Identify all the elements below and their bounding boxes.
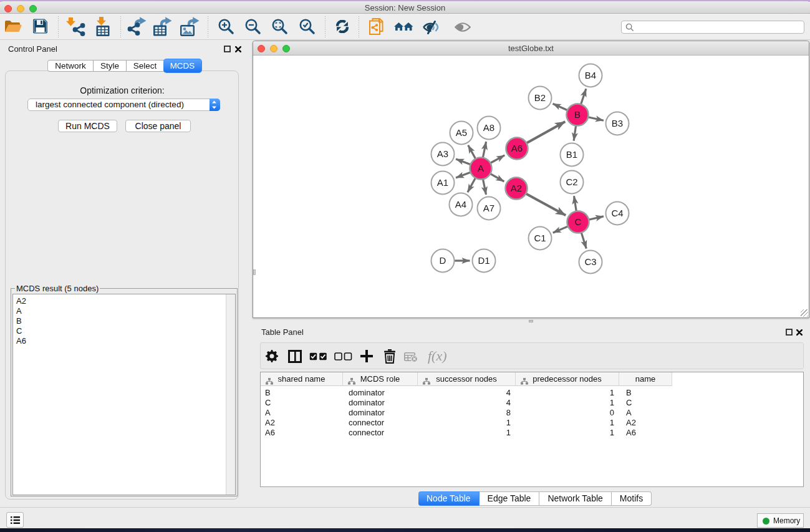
- svg-text:B2: B2: [534, 92, 546, 103]
- svg-text:C: C: [575, 216, 582, 227]
- svg-text:A5: A5: [456, 127, 467, 138]
- svg-text:A: A: [478, 163, 484, 173]
- svg-text:B4: B4: [585, 70, 596, 80]
- svg-text:D1: D1: [478, 255, 489, 266]
- svg-text:C4: C4: [611, 208, 623, 218]
- svg-text:A1: A1: [437, 177, 448, 188]
- svg-text:A6: A6: [511, 143, 523, 153]
- svg-text:C3: C3: [584, 256, 596, 267]
- svg-text:A3: A3: [437, 148, 448, 159]
- svg-text:B: B: [574, 109, 581, 120]
- svg-text:C2: C2: [566, 177, 577, 187]
- svg-text:A2: A2: [511, 183, 522, 193]
- svg-text:A4: A4: [455, 199, 466, 210]
- svg-text:A8: A8: [483, 122, 494, 133]
- svg-text:C1: C1: [534, 233, 546, 243]
- svg-text:B3: B3: [612, 118, 623, 128]
- svg-text:B1: B1: [566, 149, 577, 160]
- svg-text:A7: A7: [483, 203, 494, 213]
- svg-text:D: D: [440, 255, 446, 266]
